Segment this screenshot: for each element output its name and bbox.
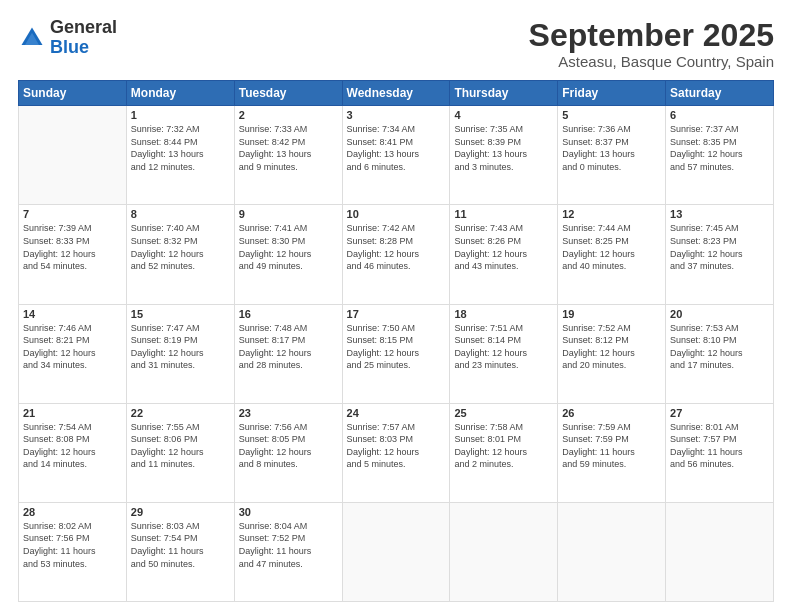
calendar-cell: 29Sunrise: 8:03 AM Sunset: 7:54 PM Dayli… xyxy=(126,502,234,601)
page: General Blue September 2025 Asteasu, Bas… xyxy=(0,0,792,612)
header-row: Sunday Monday Tuesday Wednesday Thursday… xyxy=(19,81,774,106)
day-info: Sunrise: 7:53 AM Sunset: 8:10 PM Dayligh… xyxy=(670,322,769,372)
col-sunday: Sunday xyxy=(19,81,127,106)
day-info: Sunrise: 7:47 AM Sunset: 8:19 PM Dayligh… xyxy=(131,322,230,372)
calendar-cell: 15Sunrise: 7:47 AM Sunset: 8:19 PM Dayli… xyxy=(126,304,234,403)
calendar-cell: 28Sunrise: 8:02 AM Sunset: 7:56 PM Dayli… xyxy=(19,502,127,601)
day-info: Sunrise: 7:46 AM Sunset: 8:21 PM Dayligh… xyxy=(23,322,122,372)
day-number: 8 xyxy=(131,208,230,220)
day-info: Sunrise: 7:41 AM Sunset: 8:30 PM Dayligh… xyxy=(239,222,338,272)
col-friday: Friday xyxy=(558,81,666,106)
header: General Blue September 2025 Asteasu, Bas… xyxy=(18,18,774,70)
day-number: 7 xyxy=(23,208,122,220)
logo-blue-text: Blue xyxy=(50,37,89,57)
week-row-1: 1Sunrise: 7:32 AM Sunset: 8:44 PM Daylig… xyxy=(19,106,774,205)
day-info: Sunrise: 8:03 AM Sunset: 7:54 PM Dayligh… xyxy=(131,520,230,570)
calendar-cell: 5Sunrise: 7:36 AM Sunset: 8:37 PM Daylig… xyxy=(558,106,666,205)
calendar-cell: 12Sunrise: 7:44 AM Sunset: 8:25 PM Dayli… xyxy=(558,205,666,304)
day-number: 4 xyxy=(454,109,553,121)
logo-general-text: General xyxy=(50,17,117,37)
day-number: 25 xyxy=(454,407,553,419)
logo: General Blue xyxy=(18,18,117,58)
day-number: 14 xyxy=(23,308,122,320)
day-number: 17 xyxy=(347,308,446,320)
calendar-cell: 19Sunrise: 7:52 AM Sunset: 8:12 PM Dayli… xyxy=(558,304,666,403)
day-number: 11 xyxy=(454,208,553,220)
week-row-5: 28Sunrise: 8:02 AM Sunset: 7:56 PM Dayli… xyxy=(19,502,774,601)
day-info: Sunrise: 8:02 AM Sunset: 7:56 PM Dayligh… xyxy=(23,520,122,570)
col-tuesday: Tuesday xyxy=(234,81,342,106)
calendar-title: September 2025 xyxy=(529,18,774,53)
day-info: Sunrise: 7:55 AM Sunset: 8:06 PM Dayligh… xyxy=(131,421,230,471)
day-number: 16 xyxy=(239,308,338,320)
calendar-cell: 24Sunrise: 7:57 AM Sunset: 8:03 PM Dayli… xyxy=(342,403,450,502)
calendar-cell: 22Sunrise: 7:55 AM Sunset: 8:06 PM Dayli… xyxy=(126,403,234,502)
day-number: 29 xyxy=(131,506,230,518)
day-number: 23 xyxy=(239,407,338,419)
col-thursday: Thursday xyxy=(450,81,558,106)
day-number: 24 xyxy=(347,407,446,419)
day-info: Sunrise: 7:52 AM Sunset: 8:12 PM Dayligh… xyxy=(562,322,661,372)
calendar-cell: 14Sunrise: 7:46 AM Sunset: 8:21 PM Dayli… xyxy=(19,304,127,403)
calendar-cell: 4Sunrise: 7:35 AM Sunset: 8:39 PM Daylig… xyxy=(450,106,558,205)
day-info: Sunrise: 7:57 AM Sunset: 8:03 PM Dayligh… xyxy=(347,421,446,471)
day-info: Sunrise: 7:58 AM Sunset: 8:01 PM Dayligh… xyxy=(454,421,553,471)
calendar-cell: 27Sunrise: 8:01 AM Sunset: 7:57 PM Dayli… xyxy=(666,403,774,502)
calendar-cell xyxy=(342,502,450,601)
calendar-cell: 17Sunrise: 7:50 AM Sunset: 8:15 PM Dayli… xyxy=(342,304,450,403)
day-number: 27 xyxy=(670,407,769,419)
week-row-3: 14Sunrise: 7:46 AM Sunset: 8:21 PM Dayli… xyxy=(19,304,774,403)
week-row-4: 21Sunrise: 7:54 AM Sunset: 8:08 PM Dayli… xyxy=(19,403,774,502)
calendar-cell: 18Sunrise: 7:51 AM Sunset: 8:14 PM Dayli… xyxy=(450,304,558,403)
day-info: Sunrise: 7:45 AM Sunset: 8:23 PM Dayligh… xyxy=(670,222,769,272)
day-number: 28 xyxy=(23,506,122,518)
title-area: September 2025 Asteasu, Basque Country, … xyxy=(529,18,774,70)
day-number: 1 xyxy=(131,109,230,121)
day-number: 13 xyxy=(670,208,769,220)
day-info: Sunrise: 7:42 AM Sunset: 8:28 PM Dayligh… xyxy=(347,222,446,272)
logo-icon xyxy=(18,24,46,52)
day-info: Sunrise: 7:32 AM Sunset: 8:44 PM Dayligh… xyxy=(131,123,230,173)
day-info: Sunrise: 7:35 AM Sunset: 8:39 PM Dayligh… xyxy=(454,123,553,173)
day-number: 15 xyxy=(131,308,230,320)
calendar-cell: 9Sunrise: 7:41 AM Sunset: 8:30 PM Daylig… xyxy=(234,205,342,304)
day-number: 19 xyxy=(562,308,661,320)
day-info: Sunrise: 7:44 AM Sunset: 8:25 PM Dayligh… xyxy=(562,222,661,272)
calendar-cell: 8Sunrise: 7:40 AM Sunset: 8:32 PM Daylig… xyxy=(126,205,234,304)
calendar-cell: 3Sunrise: 7:34 AM Sunset: 8:41 PM Daylig… xyxy=(342,106,450,205)
day-info: Sunrise: 7:36 AM Sunset: 8:37 PM Dayligh… xyxy=(562,123,661,173)
day-number: 10 xyxy=(347,208,446,220)
calendar-subtitle: Asteasu, Basque Country, Spain xyxy=(529,53,774,70)
calendar-cell xyxy=(19,106,127,205)
day-number: 22 xyxy=(131,407,230,419)
day-number: 21 xyxy=(23,407,122,419)
day-number: 26 xyxy=(562,407,661,419)
day-number: 3 xyxy=(347,109,446,121)
calendar-cell: 6Sunrise: 7:37 AM Sunset: 8:35 PM Daylig… xyxy=(666,106,774,205)
day-number: 12 xyxy=(562,208,661,220)
day-number: 2 xyxy=(239,109,338,121)
week-row-2: 7Sunrise: 7:39 AM Sunset: 8:33 PM Daylig… xyxy=(19,205,774,304)
day-info: Sunrise: 8:04 AM Sunset: 7:52 PM Dayligh… xyxy=(239,520,338,570)
calendar-cell: 30Sunrise: 8:04 AM Sunset: 7:52 PM Dayli… xyxy=(234,502,342,601)
calendar-cell xyxy=(558,502,666,601)
day-number: 6 xyxy=(670,109,769,121)
day-info: Sunrise: 7:33 AM Sunset: 8:42 PM Dayligh… xyxy=(239,123,338,173)
col-monday: Monday xyxy=(126,81,234,106)
col-saturday: Saturday xyxy=(666,81,774,106)
day-info: Sunrise: 8:01 AM Sunset: 7:57 PM Dayligh… xyxy=(670,421,769,471)
calendar-cell: 11Sunrise: 7:43 AM Sunset: 8:26 PM Dayli… xyxy=(450,205,558,304)
day-info: Sunrise: 7:59 AM Sunset: 7:59 PM Dayligh… xyxy=(562,421,661,471)
logo-text: General Blue xyxy=(50,18,117,58)
day-number: 20 xyxy=(670,308,769,320)
calendar-cell: 13Sunrise: 7:45 AM Sunset: 8:23 PM Dayli… xyxy=(666,205,774,304)
calendar-cell: 23Sunrise: 7:56 AM Sunset: 8:05 PM Dayli… xyxy=(234,403,342,502)
day-info: Sunrise: 7:39 AM Sunset: 8:33 PM Dayligh… xyxy=(23,222,122,272)
day-info: Sunrise: 7:50 AM Sunset: 8:15 PM Dayligh… xyxy=(347,322,446,372)
calendar-cell: 2Sunrise: 7:33 AM Sunset: 8:42 PM Daylig… xyxy=(234,106,342,205)
calendar-cell: 20Sunrise: 7:53 AM Sunset: 8:10 PM Dayli… xyxy=(666,304,774,403)
day-info: Sunrise: 7:48 AM Sunset: 8:17 PM Dayligh… xyxy=(239,322,338,372)
day-number: 5 xyxy=(562,109,661,121)
day-info: Sunrise: 7:54 AM Sunset: 8:08 PM Dayligh… xyxy=(23,421,122,471)
calendar-cell: 21Sunrise: 7:54 AM Sunset: 8:08 PM Dayli… xyxy=(19,403,127,502)
